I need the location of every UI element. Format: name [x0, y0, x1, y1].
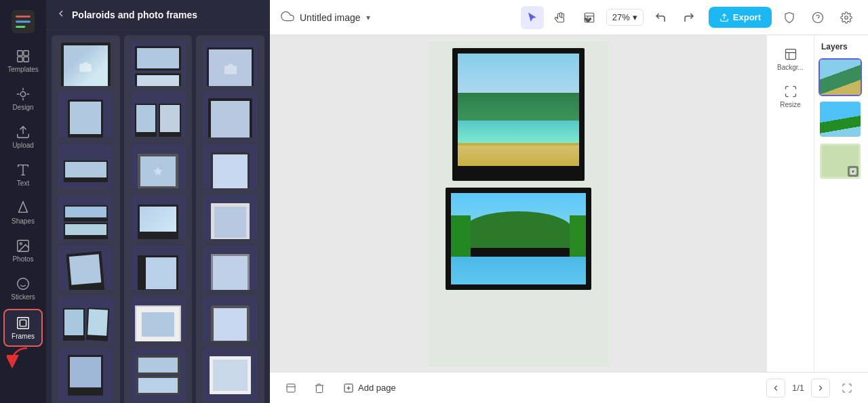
topbar: Untitled image ▾ 27% ▾	[270, 0, 868, 35]
layers-title: Layers	[818, 42, 864, 51]
polaroid-frame-1[interactable]	[452, 48, 585, 181]
sidebar-item-photos-label: Photos	[12, 255, 33, 263]
resize-label: Resize	[780, 101, 801, 108]
topbar-tools: 27% ▾	[521, 6, 701, 29]
frames-arrow-indicator	[7, 343, 34, 373]
svg-rect-7	[24, 57, 28, 62]
export-button[interactable]: Export	[709, 7, 772, 28]
layer-thumbnail-1	[820, 60, 861, 95]
zoom-value: 27%	[612, 12, 630, 22]
bottom-bar: Add page 1/1	[270, 372, 868, 403]
template-item-21[interactable]	[196, 341, 264, 403]
svg-rect-25	[785, 49, 795, 60]
polaroid-frame-2[interactable]	[446, 188, 591, 290]
layer-item-1[interactable]	[818, 58, 862, 96]
document-title: Untitled image	[300, 12, 361, 23]
panel-header: Polaroids and photo frames	[46, 0, 270, 30]
settings-icon-button[interactable]	[835, 7, 857, 28]
bottom-bar-left: Add page	[281, 378, 755, 398]
svg-rect-17	[20, 320, 26, 326]
polaroid-photo-1	[458, 54, 579, 166]
svg-marker-10	[19, 202, 28, 213]
svg-point-13	[18, 278, 29, 290]
sidebar-item-text-label: Text	[17, 179, 29, 187]
export-label: Export	[733, 12, 761, 22]
page-counter: 1/1	[792, 383, 804, 393]
redo-button[interactable]	[677, 6, 701, 29]
layer-thumbnail-2	[820, 102, 861, 137]
resize-button[interactable]: Resize	[772, 79, 810, 114]
sidebar-item-stickers-label: Stickers	[11, 293, 35, 301]
layout-tool-button[interactable]	[578, 6, 601, 29]
help-icon-button[interactable]	[807, 7, 829, 28]
panel-title: Polaroids and photo frames	[72, 9, 197, 20]
layer-thumbnail-3	[820, 144, 861, 179]
title-chevron-icon[interactable]: ▾	[366, 13, 370, 22]
svg-rect-6	[18, 57, 22, 62]
svg-point-23	[813, 12, 823, 22]
sidebar-item-upload[interactable]: Upload	[3, 119, 43, 154]
templates-grid	[46, 30, 270, 403]
shield-icon-button[interactable]	[778, 7, 800, 28]
add-page-button[interactable]: Add page	[338, 380, 401, 396]
zoom-selector[interactable]: 27% ▾	[606, 9, 644, 26]
right-properties-panel: Backgr... Resize	[766, 35, 814, 372]
svg-rect-4	[18, 51, 22, 56]
svg-rect-16	[18, 318, 29, 329]
svg-point-12	[20, 242, 22, 245]
sidebar-item-stickers[interactable]: Stickers	[3, 271, 43, 306]
cloud-save-icon[interactable]	[281, 9, 294, 26]
undo-button[interactable]	[649, 6, 672, 29]
layer-item-3[interactable]	[818, 142, 862, 180]
svg-rect-28	[287, 384, 295, 392]
sidebar-item-frames[interactable]: Frames	[3, 309, 43, 347]
sidebar: Templates Design Upload Text Shapes Phot…	[0, 0, 46, 403]
template-item-20[interactable]	[124, 341, 193, 403]
sidebar-item-shapes-label: Shapes	[12, 217, 35, 225]
layer-item-2[interactable]	[818, 100, 862, 138]
topbar-left: Untitled image ▾	[281, 9, 513, 26]
canvas-area	[270, 35, 766, 372]
template-item-19[interactable]	[52, 341, 120, 403]
svg-point-8	[20, 91, 25, 96]
layers-panel: Layers	[814, 35, 868, 372]
canvas-wrapper: Backgr... Resize Layers	[270, 35, 868, 372]
hand-tool-button[interactable]	[549, 6, 572, 29]
sidebar-item-templates[interactable]: Templates	[3, 43, 43, 79]
app-logo[interactable]	[8, 7, 38, 37]
background-label: Backgr...	[777, 64, 804, 71]
delete-page-button[interactable]	[309, 378, 330, 398]
svg-rect-27	[852, 170, 855, 173]
polaroid-photo-2	[451, 193, 586, 284]
design-canvas[interactable]	[429, 41, 608, 366]
sidebar-item-design[interactable]: Design	[3, 81, 43, 116]
sidebar-item-templates-label: Templates	[7, 66, 39, 73]
background-button[interactable]: Backgr...	[772, 42, 810, 77]
sidebar-item-shapes[interactable]: Shapes	[3, 195, 43, 230]
sidebar-item-text[interactable]: Text	[3, 157, 43, 192]
sidebar-item-upload-label: Upload	[12, 142, 34, 149]
topbar-right: Export	[709, 7, 857, 28]
sidebar-item-design-label: Design	[12, 104, 33, 111]
prev-page-button[interactable]	[766, 379, 785, 398]
page-settings-button[interactable]	[281, 378, 301, 398]
fullscreen-button[interactable]	[837, 378, 857, 398]
panel-back-button[interactable]	[56, 8, 66, 21]
cursor-tool-button[interactable]	[521, 6, 544, 29]
svg-rect-5	[24, 51, 28, 56]
next-page-button[interactable]	[811, 379, 830, 398]
bottom-bar-right: 1/1	[766, 378, 857, 398]
sidebar-item-frames-label: Frames	[12, 333, 35, 340]
layer-icon-overlay	[848, 166, 859, 177]
templates-panel: Polaroids and photo frames	[46, 0, 270, 403]
main-area: Untitled image ▾ 27% ▾	[270, 0, 868, 403]
svg-point-24	[845, 16, 848, 19]
zoom-chevron-icon: ▾	[633, 12, 637, 22]
add-page-label: Add page	[358, 383, 396, 393]
sidebar-item-photos[interactable]: Photos	[3, 233, 43, 268]
